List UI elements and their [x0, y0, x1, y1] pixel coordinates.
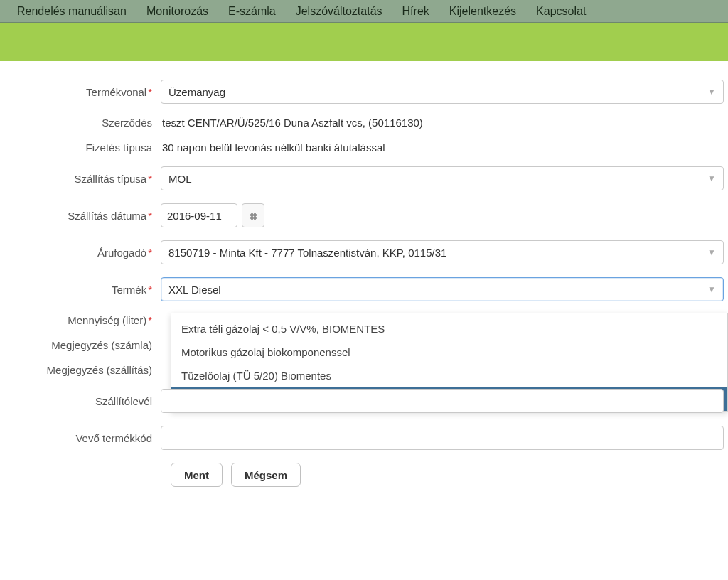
delivery-note-input[interactable] — [161, 389, 724, 413]
label-quantity: Mennyiség (liter)* — [0, 314, 161, 326]
label-delivery-type: Szállítás típusa* — [0, 173, 161, 185]
product-option-1[interactable]: Motorikus gázolaj biokomponenssel — [171, 340, 727, 364]
nav-item-contact[interactable]: Kapcsolat — [526, 0, 596, 22]
calendar-icon: ▦ — [249, 210, 258, 221]
delivery-type-select[interactable]: MOL ▼ — [161, 166, 724, 190]
nav-item-logout[interactable]: Kijelentkezés — [439, 0, 526, 22]
nav-item-order-manual[interactable]: Rendelés manuálisan — [7, 0, 136, 22]
payment-type-value: 30 napon belül levonás nélkül banki átut… — [161, 141, 728, 154]
label-delivery-note: Szállítólevél — [0, 395, 161, 407]
calendar-button[interactable]: ▦ — [242, 203, 264, 227]
nav-item-password[interactable]: Jelszóváltoztatás — [286, 0, 392, 22]
product-select[interactable]: XXL Diesel ▼ — [161, 277, 724, 301]
header-banner — [0, 23, 728, 61]
top-nav: Rendelés manuálisan Monitorozás E-számla… — [0, 0, 728, 23]
nav-item-news[interactable]: Hírek — [392, 0, 439, 22]
contract-value: teszt CENT/AR/Ü/525/16 Duna Aszfalt vcs,… — [161, 117, 728, 129]
label-consignee: Árufogadó* — [0, 247, 161, 259]
product-option-2[interactable]: Tüzelőolaj (TÜ 5/20) Biomentes — [171, 364, 727, 387]
label-product-line: Termékvonal* — [0, 86, 161, 98]
label-payment-type: Fizetés típusa — [0, 141, 161, 154]
product-line-select[interactable]: Üzemanyag ▼ — [161, 80, 724, 104]
label-delivery-date: Szállítás dátuma* — [0, 210, 161, 222]
consignee-select[interactable]: 8150719 - Minta Kft - 7777 Tolnaszentist… — [161, 240, 724, 264]
nav-item-einvoice[interactable]: E-számla — [218, 0, 286, 22]
label-product: Termék* — [0, 284, 161, 296]
label-buyer-code: Vevő termékkód — [0, 432, 161, 444]
order-form: Termékvonal* Üzemanyag ▼ Szerződés teszt… — [0, 61, 728, 487]
label-contract: Szerződés — [0, 117, 161, 129]
label-note-delivery: Megjegyzés (szállítás) — [0, 364, 161, 376]
chevron-down-icon: ▼ — [707, 87, 716, 97]
save-button[interactable]: Ment — [171, 463, 223, 487]
nav-item-monitoring[interactable]: Monitorozás — [136, 0, 218, 22]
chevron-down-icon: ▼ — [707, 247, 716, 257]
chevron-down-icon: ▼ — [707, 284, 716, 294]
label-note-invoice: Megjegyzés (számla) — [0, 339, 161, 351]
chevron-down-icon: ▼ — [707, 173, 716, 183]
cancel-button[interactable]: Mégsem — [231, 463, 301, 487]
delivery-date-input[interactable] — [161, 203, 237, 227]
product-option-0[interactable]: Extra téli gázolaj < 0,5 V/V%, BIOMENTES — [171, 317, 727, 340]
buyer-code-input[interactable] — [161, 426, 724, 450]
